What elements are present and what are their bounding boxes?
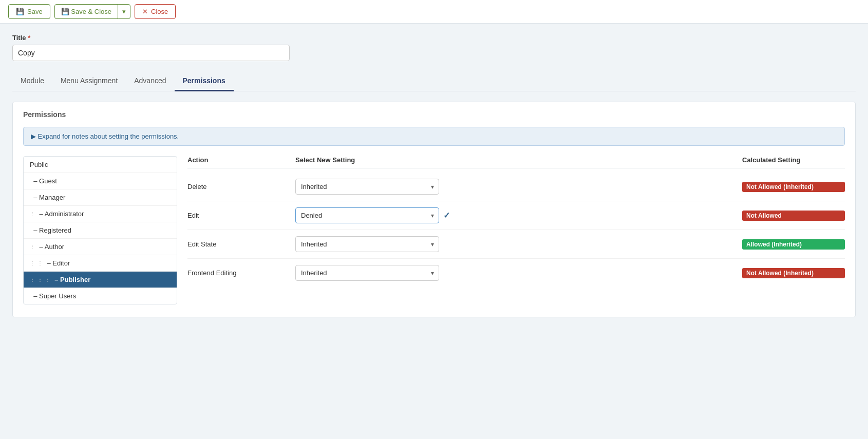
edit-changed-checkmark: ✓ bbox=[443, 211, 450, 220]
setting-col-header: Select New Setting bbox=[295, 156, 737, 164]
frontend-editing-calculated-badge: Not Allowed (Inherited) bbox=[742, 268, 845, 278]
page-content: Title * Module Menu Assignment Advanced … bbox=[0, 24, 868, 328]
action-row-delete: Delete Inherited Allowed Denied Not Allo… bbox=[187, 173, 845, 201]
panel-title: Permissions bbox=[23, 110, 845, 119]
group-list: Public – Guest – Manager ⋮ – Administrat… bbox=[23, 156, 177, 304]
calculated-col-header: Calculated Setting bbox=[742, 156, 845, 164]
edit-state-select[interactable]: Inherited Allowed Denied bbox=[295, 236, 439, 252]
administrator-dots: ⋮ bbox=[30, 211, 35, 217]
guest-label: – Guest bbox=[30, 177, 57, 185]
group-item-author[interactable]: ⋮ – Author bbox=[24, 239, 177, 255]
frontend-editing-select-container: Inherited Allowed Denied bbox=[295, 265, 439, 281]
author-label: – Author bbox=[37, 243, 64, 251]
group-item-publisher[interactable]: ⋮ ⋮ ⋮ – Publisher bbox=[24, 272, 177, 288]
title-label-text: Title bbox=[12, 34, 26, 42]
group-item-guest[interactable]: – Guest bbox=[24, 173, 177, 189]
tab-permissions[interactable]: Permissions bbox=[175, 71, 234, 91]
edit-calculated-badge: Not Allowed bbox=[742, 211, 845, 221]
action-row-edit: Edit Inherited Allowed Denied ✓ Not Allo… bbox=[187, 201, 845, 230]
delete-select[interactable]: Inherited Allowed Denied bbox=[295, 179, 439, 195]
delete-calculated-badge: Not Allowed (Inherited) bbox=[742, 182, 845, 192]
edit-state-select-wrapper: Inherited Allowed Denied bbox=[295, 236, 737, 252]
tabs-bar: Module Menu Assignment Advanced Permissi… bbox=[12, 71, 856, 91]
group-item-super-users[interactable]: – Super Users bbox=[24, 288, 177, 304]
tab-advanced[interactable]: Advanced bbox=[126, 71, 174, 91]
group-item-manager[interactable]: – Manager bbox=[24, 189, 177, 206]
title-field-label: Title * bbox=[12, 34, 856, 42]
tab-module[interactable]: Module bbox=[12, 71, 52, 91]
publisher-dots: ⋮ ⋮ ⋮ bbox=[30, 277, 51, 282]
save-close-button-group: 💾 Save & Close ▾ bbox=[54, 4, 130, 19]
edit-select[interactable]: Inherited Allowed Denied bbox=[295, 207, 439, 223]
expand-note-text: ▶ Expand for notes about setting the per… bbox=[31, 132, 179, 140]
frontend-editing-select[interactable]: Inherited Allowed Denied bbox=[295, 265, 439, 281]
public-label: Public bbox=[30, 161, 48, 168]
close-icon: ✕ bbox=[142, 8, 148, 15]
editor-dots: ⋮ ⋮ bbox=[30, 260, 43, 266]
edit-select-wrapper: Inherited Allowed Denied ✓ bbox=[295, 207, 737, 223]
group-item-public[interactable]: Public bbox=[24, 157, 177, 173]
close-label: Close bbox=[151, 8, 168, 15]
tab-menu-assignment[interactable]: Menu Assignment bbox=[52, 71, 126, 91]
group-item-administrator[interactable]: ⋮ – Administrator bbox=[24, 206, 177, 222]
administrator-label: – Administrator bbox=[37, 210, 84, 218]
save-label: Save bbox=[27, 8, 43, 15]
delete-label: Delete bbox=[187, 183, 290, 190]
action-col-header: Action bbox=[187, 156, 290, 164]
frontend-editing-select-wrapper: Inherited Allowed Denied bbox=[295, 265, 737, 281]
editor-label: – Editor bbox=[45, 259, 70, 267]
super-users-label: – Super Users bbox=[30, 292, 76, 300]
save-close-main[interactable]: 💾 Save & Close bbox=[55, 5, 118, 18]
permissions-layout: Public – Guest – Manager ⋮ – Administrat… bbox=[23, 156, 845, 304]
delete-select-container: Inherited Allowed Denied bbox=[295, 179, 439, 195]
actions-header: Action Select New Setting Calculated Set… bbox=[187, 156, 845, 168]
save-button[interactable]: 💾 Save bbox=[8, 4, 50, 19]
edit-state-select-container: Inherited Allowed Denied bbox=[295, 236, 439, 252]
manager-label: – Manager bbox=[30, 194, 65, 201]
toolbar: 💾 Save 💾 Save & Close ▾ ✕ Close bbox=[0, 0, 868, 24]
publisher-label: – Publisher bbox=[53, 276, 91, 283]
edit-select-container: Inherited Allowed Denied bbox=[295, 207, 439, 223]
delete-select-wrapper: Inherited Allowed Denied bbox=[295, 179, 737, 195]
frontend-editing-label: Frontend Editing bbox=[187, 269, 290, 277]
save-icon: 💾 bbox=[16, 8, 24, 15]
action-row-frontend-editing: Frontend Editing Inherited Allowed Denie… bbox=[187, 259, 845, 287]
group-item-editor[interactable]: ⋮ ⋮ – Editor bbox=[24, 255, 177, 272]
action-row-edit-state: Edit State Inherited Allowed Denied Allo… bbox=[187, 230, 845, 259]
required-indicator: * bbox=[28, 34, 30, 42]
edit-label: Edit bbox=[187, 212, 290, 219]
save-close-label: Save & Close bbox=[71, 8, 111, 15]
group-item-registered[interactable]: – Registered bbox=[24, 222, 177, 239]
actions-section: Action Select New Setting Calculated Set… bbox=[187, 156, 845, 304]
title-input[interactable] bbox=[12, 45, 290, 61]
author-dots: ⋮ bbox=[30, 244, 35, 250]
edit-state-label: Edit State bbox=[187, 240, 290, 248]
registered-label: – Registered bbox=[30, 226, 71, 234]
expand-notes-button[interactable]: ▶ Expand for notes about setting the per… bbox=[23, 127, 845, 146]
dropdown-arrow-icon: ▾ bbox=[122, 8, 126, 15]
save-close-icon: 💾 bbox=[61, 8, 69, 15]
edit-state-calculated-badge: Allowed (Inherited) bbox=[742, 239, 845, 250]
save-close-dropdown[interactable]: ▾ bbox=[118, 5, 130, 18]
close-button[interactable]: ✕ Close bbox=[135, 4, 176, 19]
permissions-panel: Permissions ▶ Expand for notes about set… bbox=[12, 102, 856, 317]
